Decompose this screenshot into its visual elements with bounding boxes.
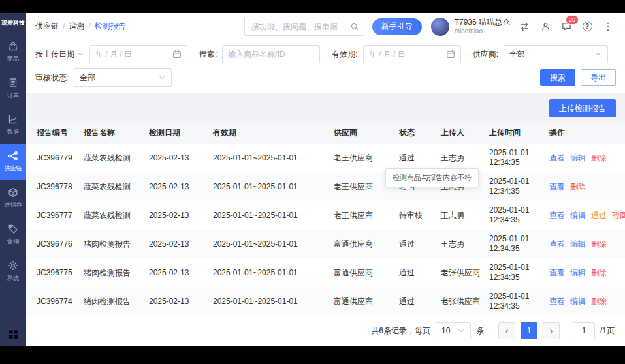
action-view[interactable]: 查看 <box>549 297 565 306</box>
column-header: 上传时间 <box>484 121 544 144</box>
actions-cell: 查看删除 <box>544 172 625 201</box>
action-edit[interactable]: 编辑 <box>570 297 586 306</box>
actions-cell: 查看编辑删除 <box>544 230 625 258</box>
account-info[interactable]: T7936 喵喵总仓 miaomiao <box>455 18 510 35</box>
sidebar-nav: 商品订单数据供应链进销存营销系统 <box>0 34 26 290</box>
sidebar-item-data[interactable]: 数据 <box>0 107 26 144</box>
page-jump-input[interactable] <box>573 322 595 339</box>
table-row: JC396774猪肉检测报告2025-02-132025-01-01~2025-… <box>26 287 625 316</box>
action-edit[interactable]: 编辑 <box>570 239 586 249</box>
supplier-select[interactable]: 全部 <box>504 45 608 63</box>
action-view[interactable]: 查看 <box>549 239 565 249</box>
search-button[interactable]: 搜索 <box>540 69 575 86</box>
report-name-cell: 蔬菜农残检测 <box>78 144 144 172</box>
global-search-input[interactable] <box>244 18 364 36</box>
sidebar-item-system[interactable]: 系统 <box>0 253 26 290</box>
page-size-select[interactable]: 10 <box>436 322 471 339</box>
action-delete[interactable]: 删除 <box>591 297 607 306</box>
filter-row-1: 按上传日期 年 / 月 / 日 搜索: 有效期: 年 / 月 / 日 供应商: <box>35 45 616 63</box>
customer-service-icon[interactable] <box>537 18 553 35</box>
action-edit[interactable]: 编辑 <box>570 268 586 277</box>
sidebar-item-goods[interactable]: 商品 <box>0 34 26 70</box>
sidebar-item-supply-chain[interactable]: 供应链 <box>0 144 26 180</box>
action-edit[interactable]: 编辑 <box>570 153 586 162</box>
sidebar-item-label: 供应链 <box>4 164 22 173</box>
validity-cell: 2025-01-01~2025-01-01 <box>208 258 329 287</box>
chevron-down-icon <box>158 74 166 82</box>
report-table-card: 报告编号报告名称检测日期有效期供应商状态上传人上传时间操作 JC396779蔬菜… <box>26 121 625 346</box>
uploader-cell: 王志勇 <box>436 230 484 258</box>
action-edit[interactable]: 编辑 <box>570 211 586 220</box>
sidebar-item-inventory[interactable]: 进销存 <box>0 180 26 217</box>
export-button[interactable]: 导出 <box>581 69 616 86</box>
actions-cell: 查看编辑通过驳回 <box>544 201 625 230</box>
report-no-cell: JC396777 <box>26 201 78 230</box>
action-delete[interactable]: 删除 <box>591 153 607 162</box>
avatar[interactable] <box>431 18 449 36</box>
screen: 观麦科技 商品订单数据供应链进销存营销系统 供应链/追溯/检测报告 新手引导 <box>0 0 625 364</box>
supplier-select-value: 全部 <box>509 49 525 60</box>
column-header: 操作 <box>544 121 625 144</box>
sidebar-item-label: 订单 <box>7 91 19 100</box>
message-icon[interactable]: 20 <box>558 18 574 35</box>
table-row: JC396776猪肉检测报告2025-02-132025-01-01~2025-… <box>26 230 625 258</box>
sidebar-item-label: 营销 <box>7 237 19 246</box>
action-view[interactable]: 查看 <box>549 153 565 162</box>
beginner-guide-button[interactable]: 新手引导 <box>372 18 422 35</box>
account-username: miaomiao <box>455 27 510 35</box>
table-row: JC396779蔬菜农残检测2025-02-132025-01-01~2025-… <box>26 144 625 172</box>
breadcrumb: 供应链/追溯/检测报告 <box>35 21 126 32</box>
apps-grid-icon[interactable] <box>0 323 26 346</box>
report-no-cell: JC396774 <box>26 287 78 316</box>
report-no-cell: JC396779 <box>26 144 78 172</box>
action-delete[interactable]: 删除 <box>591 268 607 277</box>
current-page-button[interactable]: 1 <box>521 322 537 339</box>
status-label: 审核状态: <box>35 72 69 83</box>
uploader-cell: 王志勇 <box>436 201 484 230</box>
upload-time-cell: 2025-01-0112:34:35 <box>484 144 544 172</box>
breadcrumb-item[interactable]: 供应链 <box>35 21 59 32</box>
action-reject[interactable]: 驳回 <box>612 211 625 220</box>
report-name-cell: 蔬菜农残检测 <box>78 201 144 230</box>
next-page-button[interactable]: › <box>543 322 560 339</box>
upload-time-cell: 2025-01-0112:34:35 <box>484 258 544 287</box>
status-select[interactable]: 全部 <box>74 68 172 87</box>
prev-page-button[interactable]: ‹ <box>498 322 515 339</box>
filter-actions: 搜索 导出 <box>540 69 616 86</box>
sidebar-item-marketing[interactable]: 营销 <box>0 217 26 253</box>
action-delete[interactable]: 删除 <box>591 239 607 249</box>
action-view[interactable]: 查看 <box>549 182 565 191</box>
action-view[interactable]: 查看 <box>549 211 565 220</box>
breadcrumb-item[interactable]: 检测报告 <box>95 21 126 32</box>
supplier-cell: 富通供应商 <box>329 258 394 287</box>
account-name: T7936 喵喵总仓 <box>455 18 510 27</box>
upload-date-input[interactable]: 年 / 月 / 日 <box>89 45 187 63</box>
date-type-select[interactable]: 按上传日期 <box>35 49 84 60</box>
action-approve[interactable]: 通过 <box>591 211 607 220</box>
system-icon <box>8 260 18 271</box>
breadcrumb-item[interactable]: 追溯 <box>69 21 84 32</box>
validity-date-placeholder: 年 / 月 / 日 <box>369 49 406 60</box>
upload-report-button[interactable]: 上传检测报告 <box>549 99 616 117</box>
search-icon[interactable] <box>350 22 359 31</box>
main-content: 供应链/追溯/检测报告 新手引导 T7936 喵喵总仓 miaomiao <box>26 13 625 346</box>
help-icon[interactable]: ? <box>579 18 595 35</box>
table-body: JC396779蔬菜农残检测2025-02-132025-01-01~2025-… <box>26 144 625 316</box>
sidebar-item-orders[interactable]: 订单 <box>0 70 26 107</box>
product-search-input[interactable] <box>222 45 320 63</box>
test-date-cell: 2025-02-13 <box>144 201 208 230</box>
validity-date-input[interactable]: 年 / 月 / 日 <box>363 45 461 63</box>
breadcrumb-separator: / <box>88 22 90 31</box>
status-cell: 待审核 <box>394 201 436 230</box>
upload-time-cell: 2025-01-0112:34:35 <box>484 172 544 201</box>
supplier-cell: 老王供应商 <box>329 201 394 230</box>
app-logo: 观麦科技 <box>0 13 26 34</box>
action-delete[interactable]: 删除 <box>570 182 586 191</box>
switch-account-icon[interactable] <box>517 18 532 35</box>
more-menu-icon[interactable]: ⋮ <box>600 18 616 35</box>
page-size-value: 10 <box>441 326 450 335</box>
sidebar-item-label: 数据 <box>7 128 19 136</box>
test-date-cell: 2025-02-13 <box>144 172 208 201</box>
report-name-cell: 蔬菜农残检测 <box>78 172 144 201</box>
action-view[interactable]: 查看 <box>549 268 565 277</box>
